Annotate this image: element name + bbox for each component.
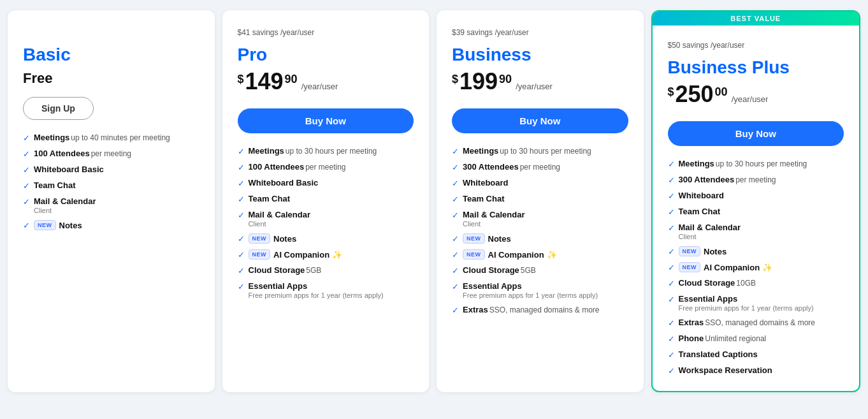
feature-detail: per meeting bbox=[91, 149, 131, 158]
feature-content: Whiteboard Basic bbox=[34, 165, 104, 174]
price-amount: 250 bbox=[676, 83, 714, 106]
feature-name: Team Chat bbox=[249, 194, 291, 203]
feature-content: Essential AppsFree premium apps for 1 ye… bbox=[679, 294, 814, 312]
feature-item: ✓ Meetings up to 30 hours per meeting bbox=[238, 146, 414, 156]
new-badge: NEW bbox=[679, 246, 701, 256]
feature-name: Cloud Storage bbox=[463, 265, 519, 275]
buy-button[interactable]: Buy Now bbox=[238, 108, 414, 133]
feature-name: Translated Captions bbox=[679, 349, 758, 359]
feature-name: Meetings bbox=[463, 146, 498, 156]
feature-inline: Essential Apps bbox=[249, 281, 384, 291]
feature-item: ✓ Extras SSO, managed domains & more bbox=[452, 305, 628, 315]
feature-item: ✓ NEWAI Companion✨ bbox=[668, 262, 844, 272]
check-icon: ✓ bbox=[452, 179, 459, 188]
signup-button[interactable]: Sign Up bbox=[23, 97, 94, 120]
feature-inline: Meetings up to 30 hours per meeting bbox=[679, 159, 807, 168]
feature-name: Meetings bbox=[679, 159, 714, 168]
feature-content: Cloud Storage 5GB bbox=[463, 265, 536, 275]
feature-item: ✓ NEWAI Companion✨ bbox=[238, 249, 414, 260]
feature-detail: 10GB bbox=[736, 279, 756, 288]
feature-name: Cloud Storage bbox=[679, 278, 735, 288]
feature-inline: Meetings up to 30 hours per meeting bbox=[463, 146, 591, 156]
plan-card-business-plus: BEST VALUE$50 savings /year/userBusiness… bbox=[651, 10, 861, 392]
check-icon: ✓ bbox=[23, 165, 30, 175]
check-icon: ✓ bbox=[668, 223, 675, 233]
check-icon: ✓ bbox=[23, 221, 30, 230]
feature-name: Mail & Calendar bbox=[679, 223, 741, 232]
check-icon: ✓ bbox=[668, 191, 675, 201]
feature-item: ✓ Meetings up to 40 minutes per meeting bbox=[23, 133, 199, 143]
check-icon: ✓ bbox=[452, 234, 459, 244]
feature-inline: Mail & Calendar bbox=[463, 210, 525, 219]
savings-label: $41 savings /year/user bbox=[238, 28, 414, 40]
feature-content: Mail & CalendarClient bbox=[463, 210, 525, 228]
feature-content: Team Chat bbox=[34, 180, 76, 190]
feature-inline: Mail & Calendar bbox=[34, 196, 96, 206]
feature-inline: 100 Attendees per meeting bbox=[249, 162, 346, 172]
feature-name: Notes bbox=[704, 247, 727, 256]
feature-inline: Cloud Storage 10GB bbox=[679, 278, 756, 288]
feature-name: Workspace Reservation bbox=[679, 365, 772, 375]
feature-item: ✓ Extras SSO, managed domains & more bbox=[668, 318, 844, 328]
feature-item: ✓ Mail & CalendarClient bbox=[452, 210, 628, 228]
feature-sub: Client bbox=[463, 220, 525, 228]
feature-content: Team Chat bbox=[679, 207, 721, 216]
feature-name: Notes bbox=[488, 234, 511, 244]
feature-inline: Whiteboard Basic bbox=[249, 178, 319, 187]
feature-item: ✓ Cloud Storage 5GB bbox=[238, 265, 414, 276]
feature-item: ✓ Whiteboard bbox=[668, 191, 844, 201]
plan-name: Basic bbox=[23, 45, 199, 65]
pricing-cards: BasicFreeSign Up ✓ Meetings up to 40 min… bbox=[8, 10, 860, 392]
price-amount: 199 bbox=[459, 70, 498, 93]
feature-item: ✓ Translated Captions bbox=[668, 349, 844, 360]
feature-name: Extras bbox=[679, 318, 704, 327]
feature-item: ✓ 100 Attendees per meeting bbox=[23, 149, 199, 159]
new-badge: NEW bbox=[679, 262, 701, 272]
check-icon: ✓ bbox=[238, 179, 245, 188]
feature-content: Whiteboard bbox=[679, 191, 725, 200]
plan-price: $ 250 00 /year/user bbox=[668, 83, 844, 111]
savings-label: $50 savings /year/user bbox=[668, 41, 844, 52]
feature-content: Extras SSO, managed domains & more bbox=[463, 305, 600, 314]
check-icon: ✓ bbox=[238, 234, 245, 244]
feature-content: NEWNotes bbox=[34, 220, 82, 230]
feature-item: ✓ Workspace Reservation bbox=[668, 365, 844, 376]
price-period: /year/user bbox=[732, 94, 769, 104]
check-icon: ✓ bbox=[668, 279, 675, 288]
feature-item: ✓ NEWNotes bbox=[23, 220, 199, 230]
new-badge: NEW bbox=[34, 220, 56, 230]
check-icon: ✓ bbox=[238, 210, 245, 220]
feature-list: ✓ Meetings up to 30 hours per meeting ✓ … bbox=[668, 159, 844, 376]
feature-inline: Essential Apps bbox=[463, 281, 598, 291]
ai-star-icon: ✨ bbox=[547, 250, 557, 260]
feature-item: ✓ Team Chat bbox=[668, 207, 844, 217]
feature-name: Whiteboard bbox=[679, 191, 725, 200]
feature-item: ✓ Essential AppsFree premium apps for 1 … bbox=[238, 281, 414, 299]
feature-name: Essential Apps bbox=[249, 281, 308, 291]
ai-star-icon: ✨ bbox=[762, 263, 772, 272]
feature-name: Cloud Storage bbox=[249, 265, 305, 275]
feature-inline: NEWNotes bbox=[249, 233, 297, 244]
feature-inline: NEWNotes bbox=[463, 233, 511, 244]
feature-item: ✓ Whiteboard bbox=[452, 178, 628, 188]
feature-content: 300 Attendees per meeting bbox=[463, 162, 560, 172]
feature-item: ✓ Mail & CalendarClient bbox=[23, 196, 199, 214]
check-icon: ✓ bbox=[238, 282, 245, 291]
feature-item: ✓ Essential AppsFree premium apps for 1 … bbox=[668, 294, 844, 312]
feature-name: Essential Apps bbox=[463, 281, 522, 291]
feature-inline: NEWNotes bbox=[34, 220, 82, 230]
feature-item: ✓ 100 Attendees per meeting bbox=[238, 162, 414, 172]
feature-inline: 300 Attendees per meeting bbox=[679, 175, 776, 184]
check-icon: ✓ bbox=[238, 250, 245, 260]
new-badge: NEW bbox=[463, 249, 485, 260]
feature-name: 300 Attendees bbox=[679, 175, 735, 184]
feature-inline: Cloud Storage 5GB bbox=[249, 265, 322, 275]
price-period: /year/user bbox=[516, 82, 553, 91]
buy-button[interactable]: Buy Now bbox=[452, 108, 628, 133]
check-icon: ✓ bbox=[668, 263, 675, 272]
check-icon: ✓ bbox=[452, 250, 459, 260]
feature-detail: per meeting bbox=[735, 175, 776, 184]
buy-button[interactable]: Buy Now bbox=[668, 121, 844, 146]
feature-content: NEWAI Companion✨ bbox=[249, 249, 343, 260]
feature-content: Mail & CalendarClient bbox=[679, 223, 741, 240]
